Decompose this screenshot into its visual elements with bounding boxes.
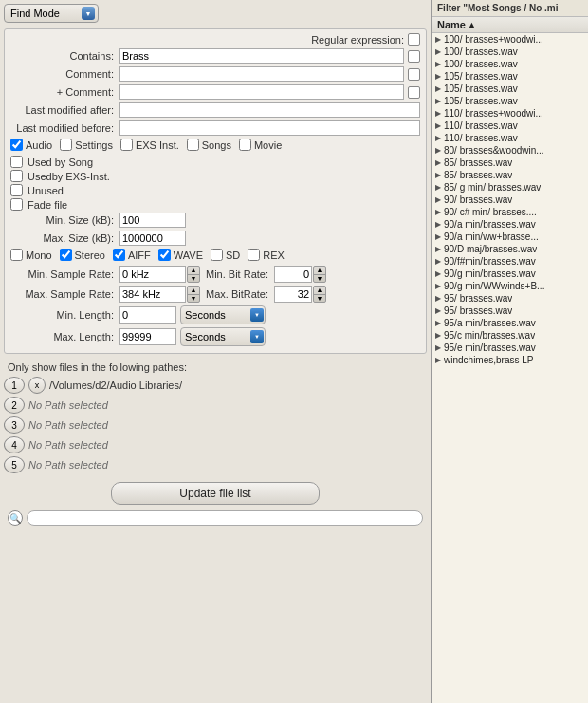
min-sample-rate-input[interactable]	[119, 266, 186, 283]
max-length-label: Max. Length:	[10, 331, 119, 342]
find-mode-select[interactable]: Find Mode	[4, 4, 99, 23]
list-item[interactable]: ▶90/ brasses.wav	[432, 194, 588, 206]
contains-label: Contains:	[10, 50, 119, 62]
comment-input[interactable]	[119, 66, 404, 82]
min-bit-rate-label: Min. Bit Rate:	[200, 268, 274, 280]
list-item[interactable]: ▶100/ brasses.wav	[432, 46, 588, 58]
search-input[interactable]	[27, 510, 423, 526]
path-num-button-1[interactable]: 1	[4, 377, 25, 394]
list-item[interactable]: ▶85/ g min/ brasses.wav	[432, 181, 588, 194]
format-stereo-label: Stereo	[75, 250, 105, 261]
format-sd-checkbox[interactable]	[211, 249, 223, 261]
format-mono-checkbox[interactable]	[10, 249, 23, 261]
list-item[interactable]: ▶95/ brasses.wav	[432, 305, 588, 317]
list-item[interactable]: ▶90/ c# min/ brasses....	[432, 206, 588, 218]
min-length-unit-select[interactable]: Seconds	[180, 305, 266, 324]
plus-comment-checkbox[interactable]	[408, 86, 420, 99]
list-item[interactable]: ▶90/f#min/brasses.wav	[432, 255, 588, 268]
file-type-audio-checkbox[interactable]	[10, 139, 23, 151]
max-bit-rate-stepper[interactable]: ▲ ▼	[313, 286, 326, 303]
max-sample-rate-input[interactable]	[119, 286, 186, 303]
plus-comment-input[interactable]	[119, 84, 404, 100]
name-column-header[interactable]: Name ▲	[437, 19, 476, 30]
max-size-input[interactable]	[119, 231, 186, 246]
file-type-songs-checkbox[interactable]	[187, 139, 199, 151]
list-item[interactable]: ▶90/D maj/brasses.wav	[432, 243, 588, 255]
format-wave-checkbox[interactable]	[158, 249, 171, 261]
file-name: 90/g min/brasses.wav	[444, 268, 536, 279]
file-expand-icon: ▶	[435, 257, 441, 266]
file-type-settings-checkbox[interactable]	[60, 139, 72, 151]
min-sample-rate-down[interactable]: ▼	[188, 275, 199, 283]
list-item[interactable]: ▶110/ brasses+woodwi...	[432, 107, 588, 120]
fade-file-checkbox[interactable]	[10, 198, 23, 211]
file-expand-icon: ▶	[435, 121, 441, 130]
list-item[interactable]: ▶85/ brasses.wav	[432, 169, 588, 181]
fade-file-row: Fade file	[10, 198, 420, 211]
list-item[interactable]: ▶105/ brasses.wav	[432, 70, 588, 83]
list-item[interactable]: ▶90/a min/brasses.wav	[432, 218, 588, 231]
unused-checkbox[interactable]	[10, 184, 23, 196]
regex-checkbox[interactable]	[408, 33, 420, 46]
max-bit-rate-down[interactable]: ▼	[314, 295, 325, 303]
file-expand-icon: ▶	[435, 183, 441, 192]
last-modified-after-input[interactable]	[119, 102, 420, 118]
max-bit-rate-label: Max. BitRate:	[200, 288, 274, 300]
min-sample-rate-stepper[interactable]: ▲ ▼	[187, 266, 200, 283]
max-sample-rate-up[interactable]: ▲	[188, 287, 199, 295]
file-expand-icon: ▶	[435, 97, 441, 105]
path-num-button-2[interactable]: 2	[4, 397, 25, 414]
max-bit-rate-up[interactable]: ▲	[314, 287, 325, 295]
max-sample-rate-stepper[interactable]: ▲ ▼	[187, 286, 200, 303]
list-item[interactable]: ▶110/ brasses.wav	[432, 120, 588, 132]
min-bit-rate-input[interactable]	[274, 266, 312, 283]
file-name: 100/ brasses.wav	[444, 59, 518, 69]
min-bit-rate-stepper[interactable]: ▲ ▼	[313, 266, 326, 283]
list-item[interactable]: ▶90/a min/ww+brasse...	[432, 231, 588, 243]
path-num-button-3[interactable]: 3	[4, 416, 25, 434]
format-aiff-checkbox[interactable]	[113, 249, 125, 261]
list-item[interactable]: ▶windchimes,brass LP	[432, 354, 588, 366]
max-length-input[interactable]	[119, 328, 176, 345]
min-size-input[interactable]	[119, 213, 186, 228]
min-length-input[interactable]	[119, 306, 176, 324]
list-item[interactable]: ▶105/ brasses.wav	[432, 83, 588, 95]
update-file-list-button[interactable]: Update file list	[111, 482, 320, 505]
find-mode-select-wrapper[interactable]: Find Mode	[4, 4, 99, 23]
file-type-movie-checkbox[interactable]	[239, 139, 251, 151]
min-bit-rate-up[interactable]: ▲	[314, 267, 325, 275]
list-item[interactable]: ▶95/c min/brasses.wav	[432, 329, 588, 342]
list-item[interactable]: ▶100/ brasses+woodwi...	[432, 33, 588, 46]
contains-checkbox[interactable]	[408, 50, 420, 63]
path-num-button-4[interactable]: 4	[4, 436, 25, 453]
list-item[interactable]: ▶90/g min/WWwinds+B...	[432, 280, 588, 292]
max-length-unit-select[interactable]: Seconds	[180, 327, 266, 346]
list-item[interactable]: ▶100/ brasses.wav	[432, 58, 588, 70]
list-item[interactable]: ▶95/a min/brasses.wav	[432, 317, 588, 329]
list-item[interactable]: ▶95/ brasses.wav	[432, 292, 588, 305]
used-by-song-checkbox[interactable]	[10, 156, 23, 168]
list-item[interactable]: ▶95/e min/brasses.wav	[432, 342, 588, 354]
path-clear-button-1[interactable]: x	[28, 377, 46, 394]
used-by-exs-checkbox[interactable]	[10, 170, 23, 182]
list-item[interactable]: ▶80/ brasses&woodwin...	[432, 144, 588, 157]
format-rex-checkbox[interactable]	[248, 249, 260, 261]
contains-input[interactable]	[119, 48, 404, 64]
min-sample-rate-up[interactable]: ▲	[188, 267, 199, 275]
comment-checkbox[interactable]	[408, 68, 420, 81]
file-type-exs_inst-checkbox[interactable]	[120, 139, 133, 151]
max-sample-rate-down[interactable]: ▼	[188, 295, 199, 303]
min-bit-rate-down[interactable]: ▼	[314, 275, 325, 283]
list-item[interactable]: ▶90/g min/brasses.wav	[432, 268, 588, 280]
list-item[interactable]: ▶105/ brasses.wav	[432, 95, 588, 107]
list-item[interactable]: ▶85/ brasses.wav	[432, 157, 588, 169]
max-bit-rate-input[interactable]	[274, 286, 312, 303]
path-num-button-5[interactable]: 5	[4, 456, 25, 473]
path-row-4: 4No Path selected	[4, 436, 427, 453]
right-header: Filter "Most Songs / No .mi	[432, 0, 588, 17]
list-item[interactable]: ▶110/ brasses.wav	[432, 132, 588, 144]
paths-label: Only show files in the following pathes:	[8, 361, 427, 373]
comment-row: Comment:	[10, 66, 420, 82]
last-modified-before-input[interactable]	[119, 120, 420, 136]
format-stereo-checkbox[interactable]	[60, 249, 72, 261]
